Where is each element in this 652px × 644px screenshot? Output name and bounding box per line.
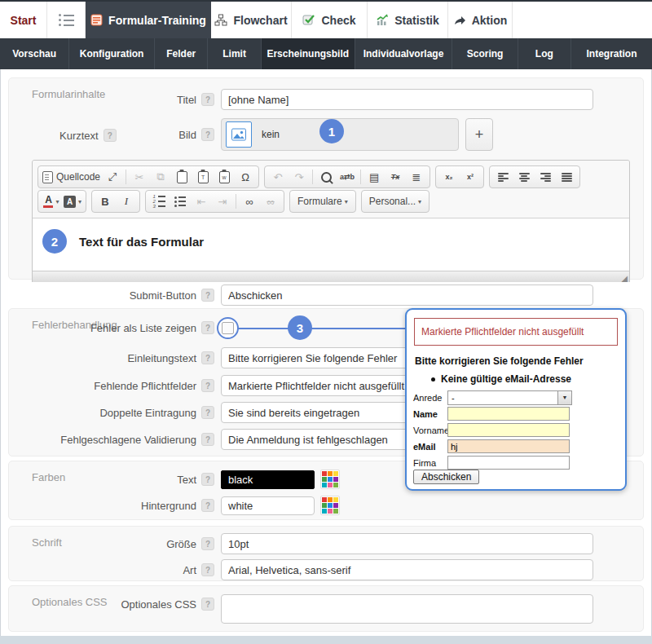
optionales-css-label: Optionales CSS [9,598,196,611]
flowchart-icon [214,14,227,26]
hintergrund-label: Hintergrund [9,500,196,512]
numbered-list-icon[interactable]: 123 [148,192,170,210]
section-formularinhalte: Formularinhalte Titel ? Bild ? kein + Ku… [8,77,644,280]
annotation-circle [217,317,239,339]
email-label: eMail [413,442,447,452]
fehler-als-liste-checkbox[interactable] [222,322,234,334]
statistik-icon [376,14,389,26]
bg-color-button[interactable]: A▾ [62,192,83,210]
bullet-list-icon[interactable] [170,192,191,210]
section-submit: Submit-Button ? [8,282,644,307]
art-help-icon[interactable]: ? [201,563,214,576]
email-input[interactable] [447,439,570,453]
indent-icon[interactable]: ⇥ [212,192,233,210]
show-blocks-icon[interactable]: ≣ [406,168,427,186]
art-input[interactable] [221,559,593,580]
link-icon[interactable]: ∞ [239,192,260,210]
bold-icon[interactable]: B [95,192,116,210]
paste-from-word-icon[interactable]: w [214,168,235,186]
italic-icon[interactable]: I [116,192,137,210]
subtab-integration[interactable]: Integration [571,38,652,69]
bild-add-button[interactable]: + [465,118,493,151]
undo-icon[interactable]: ↶ [267,168,289,186]
paste-icon[interactable] [171,168,192,186]
optionales-css-textarea[interactable] [221,594,593,624]
subtab-felder[interactable]: Felder [155,38,208,69]
menu-button[interactable] [47,2,86,38]
list-menu-icon [59,14,74,26]
source-button[interactable]: Quellcode [41,168,102,186]
subtab-scoring[interactable]: Scoring [452,38,518,69]
einleitungstext-label: Einleitungstext [9,352,196,364]
einleitungstext-help-icon[interactable]: ? [201,351,214,364]
tab-start[interactable]: Start [0,2,47,38]
navbar-filler [513,2,652,38]
outdent-icon[interactable]: ⇤ [191,192,212,210]
color-picker-icon[interactable] [320,496,340,515]
replace-icon[interactable]: a⇄b [337,168,358,186]
editor-content[interactable]: 2 Text für das Formular [33,218,629,271]
groesse-input[interactable] [221,533,593,554]
firma-input[interactable] [447,456,570,470]
subtab-erscheinungsbild[interactable]: Erscheinungsbild [262,38,355,69]
source-icon [42,171,53,183]
popup-submit-button[interactable]: Abschicken [413,470,479,484]
subtab-vorschau[interactable]: Vorschau [0,38,69,69]
unlink-icon[interactable]: ∞ [260,192,281,210]
vorname-input[interactable] [447,423,570,437]
richtext-editor: Quellcode ⤢ ✂ ⧉ T w Ω ↶ ↷ [32,160,630,285]
validierung-help-icon[interactable]: ? [201,433,214,446]
fehler-liste-label: Fehler als Liste zeigen [9,322,196,334]
align-left-icon[interactable] [492,168,513,186]
titel-input[interactable] [221,89,593,110]
select-all-icon[interactable]: ▤ [363,168,385,186]
formulare-dropdown[interactable]: Formulare▾ [289,190,356,213]
subtab-konfiguration[interactable]: Konfiguration [69,38,155,69]
kurztext-label: Kurztext [59,130,99,142]
hintergrund-input[interactable] [221,496,315,515]
tab-aktion[interactable]: Aktion [448,2,513,38]
fehler-liste-help-icon[interactable]: ? [201,321,214,334]
align-center-icon[interactable] [513,168,535,186]
cut-icon[interactable]: ✂ [129,168,150,186]
hintergrund-help-icon[interactable]: ? [201,499,214,512]
search-icon[interactable] [315,168,337,186]
sub-navbar: Vorschau Konfiguration Felder Limit Ersc… [0,38,652,69]
color-picker-icon[interactable] [320,470,340,489]
name-input[interactable] [447,407,570,421]
tab-check[interactable]: Check [292,2,368,38]
groesse-help-icon[interactable]: ? [201,537,214,550]
submit-input[interactable] [221,285,593,306]
text-color-button[interactable]: A▾ [41,192,62,210]
annotation-line [237,328,406,329]
textfarbe-input[interactable] [221,470,315,489]
tab-formular-training[interactable]: Formular-Training [86,2,211,38]
special-char-icon[interactable]: Ω [235,168,256,186]
maximize-icon[interactable]: ⤢ [102,168,123,186]
tab-statistik[interactable]: Statistik [368,2,448,38]
copy-icon[interactable]: ⧉ [150,168,171,186]
superscript-icon[interactable]: x² [460,168,481,186]
kurztext-help-icon[interactable]: ? [104,129,117,142]
personal-dropdown[interactable]: Personal...▾ [361,190,430,213]
bild-help-icon[interactable]: ? [201,128,214,141]
align-right-icon[interactable] [535,168,556,186]
submit-help-icon[interactable]: ? [201,289,214,302]
optionales-css-help-icon[interactable]: ? [201,598,214,611]
textfarbe-help-icon[interactable]: ? [201,473,214,486]
annotation-badge-3: 3 [288,315,312,340]
tab-flowchart[interactable]: Flowchart [211,2,292,38]
align-justify-icon[interactable] [556,168,577,186]
paste-as-text-icon[interactable]: T [192,168,214,186]
titel-help-icon[interactable]: ? [201,93,214,106]
pflichtfelder-help-icon[interactable]: ? [201,379,214,392]
text-color-icon: A [43,195,53,208]
subtab-limit[interactable]: Limit [208,38,261,69]
redo-icon[interactable]: ↷ [289,168,310,186]
subtab-individualvorlage[interactable]: Individualvorlage [355,38,453,69]
anrede-select[interactable]: - ▼ [447,390,572,405]
subscript-icon[interactable]: x₂ [438,168,460,186]
doppelte-help-icon[interactable]: ? [201,406,214,419]
subtab-log[interactable]: Log [518,38,571,69]
remove-format-icon[interactable]: Tx [385,168,406,186]
